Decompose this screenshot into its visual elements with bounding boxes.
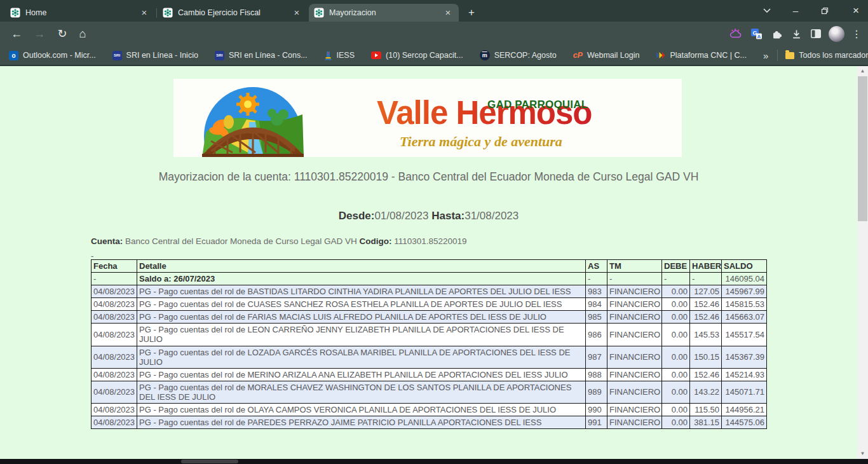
bookmark-sercop-agosto[interactable]: m SERCOP: Agosto [480,50,557,60]
downloads-icon[interactable] [787,25,805,43]
bookmark-outlook[interactable]: o Outlook.com - Micr... [9,51,96,60]
page-content: Valle Hermoso GAD PARROQUIAL Tierra mági… [0,66,868,459]
cuenta-label: Cuenta: [91,236,123,246]
valle-hermoso-logo [202,83,304,157]
table-row: 04/08/2023 PG - Pago cuentas del rol de … [92,285,767,298]
codigo-label: Codigo: [360,236,392,246]
tab-mayorizacion-active[interactable]: Mayorizacion × [309,4,459,22]
sercop-icon: m [480,50,490,60]
bookmark-sri-consultas[interactable]: SRI SRI en Línea - Cons... [215,51,308,60]
window-close-button[interactable]: × [846,0,865,21]
scroll-down-arrow-icon[interactable]: ▼ [857,449,868,459]
new-tab-button[interactable]: + [464,5,479,20]
reload-button[interactable]: ↻ [53,25,71,43]
home-button[interactable]: ⌂ [74,25,92,43]
bookmark-sri-inicio[interactable]: SRI SRI en Línea - Inicio [112,51,198,60]
side-panel-icon[interactable] [807,25,825,43]
bookmarks-overflow-chevrons[interactable]: » [763,50,768,61]
tab-title: Cambio Ejercicio Fiscal [178,8,286,17]
cnc-icon [656,51,665,60]
table-row: 04/08/2023 PG - Pago cuentas del rol de … [92,298,767,311]
divider [777,50,778,61]
bookmark-sercop-youtube[interactable]: (10) Sercop Capacit... [371,51,463,60]
tab-title: Home [25,8,133,17]
tab-search-chevron-icon[interactable] [757,0,776,21]
sri-icon: SRI [112,51,122,60]
tab-separator [156,8,157,18]
horizontal-scrollbar[interactable] [0,459,868,464]
extensions-puzzle-icon[interactable] [768,25,785,43]
outlook-icon: o [9,51,18,60]
opening-balance-row: - Saldo a: 26/07/2023 - - - - 146095.04 [92,273,767,285]
sri-icon: SRI [215,51,224,60]
browser-window: Home × Cambio Ejercicio Fiscal × Mayoriz… [0,0,868,464]
tab-cambio-ejercicio-fiscal[interactable]: Cambio Ejercicio Fiscal × [158,4,308,22]
col-detalle: Detalle [137,260,586,273]
col-fecha: Fecha [92,260,137,273]
site-favicon-gear-icon [163,8,173,18]
svg-text:A: A [757,33,761,39]
table-row: 04/08/2023 PG - Pago cuentas del rol de … [92,324,767,346]
window-restore-button[interactable] [815,0,834,21]
tab-home[interactable]: Home × [5,4,155,22]
vertical-scrollbar[interactable]: ▲ ▼ [857,66,868,459]
ledger-table: Fecha Detalle AS TM DEBE HABER SALDO - S… [91,259,767,429]
bookmark-iess[interactable]: IESS [324,51,355,60]
all-bookmarks-button[interactable]: Todos los marcadores [785,51,868,60]
col-debe: DEBE [662,260,690,273]
horizontal-scrollbar-thumb[interactable] [181,460,238,463]
bookmark-webmail[interactable]: cP Webmail Login [573,51,640,60]
table-row: 04/08/2023 PG - Pago cuentas del rol de … [92,368,767,381]
site-favicon-gear-icon [314,8,324,18]
account-line: Cuenta: Banco Central del Ecuador Moneda… [91,236,467,246]
tab-close-icon[interactable]: × [442,7,454,18]
scroll-up-arrow-icon[interactable]: ▲ [857,66,868,76]
col-haber: HABER [690,260,722,273]
institution-banner: Valle Hermoso GAD PARROQUIAL Tierra mági… [173,79,682,157]
period-line: Desde:01/08/2023 Hasta:31/08/2023 [0,210,857,222]
bookmark-plataforma-cnc[interactable]: Plataforma CNC | C... [656,51,747,60]
desde-value: 01/08/2023 [374,210,428,222]
table-row: 04/08/2023 PG - Pago cuentas del rol de … [92,381,767,403]
table-row: 04/08/2023 PG - Pago cuentas del rol de … [92,403,767,416]
extension-cloud-icon[interactable] [727,25,745,43]
hasta-label: Hasta: [431,210,465,222]
tab-close-icon[interactable]: × [291,7,302,18]
brand-tagline: Tierra mágica y de aventura [400,133,562,150]
iess-icon [324,51,332,60]
forward-button[interactable]: → [31,25,48,43]
table-header-row: Fecha Detalle AS TM DEBE HABER SALDO [92,260,767,273]
hasta-value: 31/08/2023 [465,210,519,222]
table-row: 04/08/2023 PG - Pago cuentas del rol de … [92,346,767,368]
profile-avatar[interactable] [827,25,845,43]
tab-title: Mayorizacion [329,8,437,17]
folder-icon [785,52,794,59]
table-row: 04/08/2023 PG - Pago cuentas del rol de … [92,416,767,429]
tab-close-icon[interactable]: × [139,7,150,18]
site-favicon-gear-icon [10,8,20,18]
extension-translate-icon[interactable]: GA [747,25,765,43]
cpanel-icon: cP [573,51,583,60]
bookmarks-bar: o Outlook.com - Micr... SRI SRI en Línea… [0,46,868,66]
col-tm: TM [607,260,662,273]
youtube-icon [371,51,381,59]
vertical-scrollbar-thumb[interactable] [858,76,867,221]
brand-org: GAD PARROQUIAL [487,99,588,111]
window-minimize-button[interactable]: – [786,0,805,21]
browser-toolbar: ← → ↻ ⌂ fingads.net/sf2/contabilidad/fil… [0,22,868,46]
back-button[interactable]: ← [8,25,25,43]
desde-label: Desde: [339,210,375,222]
browser-menu-kebab-icon[interactable]: ⋮ [848,25,865,43]
table-row: 04/08/2023 PG - Pago cuentas del rol de … [92,311,767,324]
col-saldo: SALDO [722,260,767,273]
page-title: Mayorizacion de la cuenta: 1110301.85220… [0,170,857,184]
tab-strip: Home × Cambio Ejercicio Fiscal × Mayoriz… [0,0,868,22]
cuenta-value: Banco Central del Ecuador Moneda de Curs… [125,236,357,246]
col-as: AS [586,260,607,273]
codigo-value: 1110301.85220019 [394,236,466,246]
